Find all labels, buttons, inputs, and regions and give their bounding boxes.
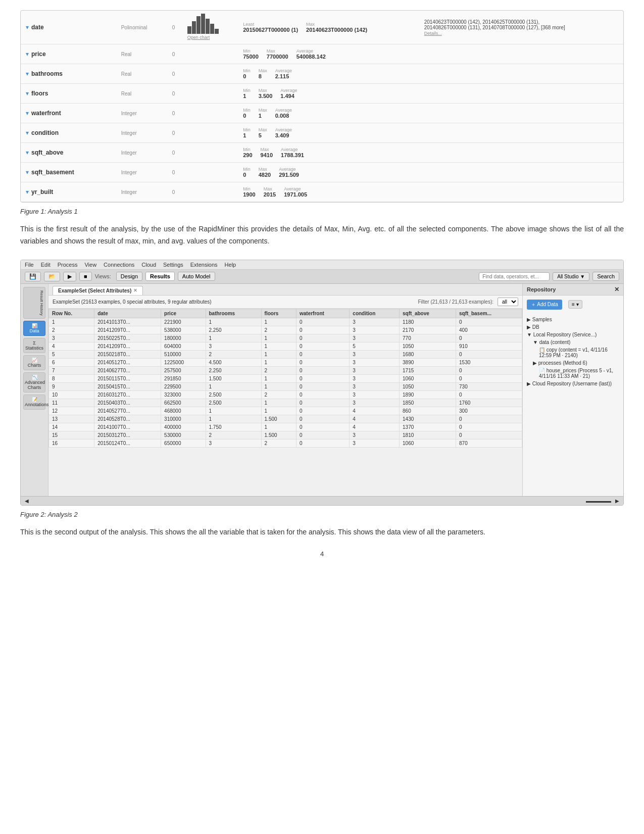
figure1-container: ▾ date Polinominal 0 Open chart Least201… [20, 10, 624, 203]
repo-tree-item[interactable]: ▶ DB [523, 323, 623, 331]
repo-tree-item[interactable]: ▶ processes (Method 6) [523, 359, 623, 367]
menu-settings[interactable]: Settings [163, 262, 183, 268]
menubar: File Edit Process View Connections Cloud… [21, 260, 623, 270]
center-panel: ExampleSet (Select Attributes) ✕ Example… [48, 284, 522, 496]
filter-dropdown[interactable]: all [498, 298, 518, 306]
toolbar-open[interactable]: 📂 [44, 272, 60, 281]
data-table-wrapper[interactable]: Row No.datepricebathroomsfloorswaterfron… [48, 309, 522, 496]
left-icon-history[interactable]: Result History [23, 287, 45, 319]
menu-cloud[interactable]: Cloud [141, 262, 156, 268]
tab-results[interactable]: Results [145, 272, 175, 281]
tab-close-icon[interactable]: ✕ [133, 288, 137, 293]
bottom-bar: ◀ ▬▬▬▬▬ ▶ [21, 496, 623, 505]
figure1-body-text: This is the first result of the analysis… [20, 223, 624, 248]
toolbar-save[interactable]: 💾 [25, 272, 41, 281]
bottom-bar-right: ▶ [615, 498, 619, 504]
result-header: ExampleSet (21613 examples, 0 special at… [48, 296, 522, 309]
toolbar-run[interactable]: ▶ [63, 272, 76, 281]
bottom-scroll[interactable]: ▬▬▬▬▬ [586, 498, 611, 504]
tab-bar: ExampleSet (Select Attributes) ✕ [48, 284, 522, 296]
repo-tree-item[interactable]: ▶ Samples [523, 316, 623, 323]
data-table: Row No.datepricebathroomsfloorswaterfron… [48, 309, 522, 448]
studio-dropdown-btn[interactable]: All Studio ▼ [553, 272, 589, 281]
left-icon-statistics[interactable]: ΣStatistics [23, 338, 45, 353]
repo-tree-item[interactable]: ▼ Local Repository (Service...) [523, 331, 623, 338]
repo-tree-item[interactable]: 📄 house_prices (Process 5 - v1, 4/11/16 … [523, 367, 623, 380]
menu-edit[interactable]: Edit [41, 262, 51, 268]
menu-connections[interactable]: Connections [104, 262, 134, 268]
menu-process[interactable]: Process [58, 262, 78, 268]
filter-label: Filter (21,613 / 21,613 examples): [418, 299, 493, 305]
toolbar-stop[interactable]: ■ [79, 272, 92, 281]
stats-table: ▾ date Polinominal 0 Open chart Least201… [21, 11, 623, 202]
figure2-caption: Figure 2: Analysis 2 [20, 511, 624, 518]
left-icon-annotations[interactable]: 📝Annotations [23, 395, 45, 410]
example-set-info: ExampleSet (21613 examples, 0 special at… [53, 299, 414, 305]
figure2-body-text: This is the second output of the analysi… [20, 526, 624, 538]
example-set-tab[interactable]: ExampleSet (Select Attributes) ✕ [53, 286, 143, 295]
tab-design[interactable]: Design [116, 272, 142, 281]
repository-header: Repository ✕ [523, 284, 623, 296]
repository-tree: ▶ Samples▶ DB▼ Local Repository (Service… [523, 314, 623, 496]
left-panel: Result History 📊Data ΣStatistics 📈Charts… [21, 284, 48, 496]
left-icon-data[interactable]: 📊Data [23, 321, 45, 336]
left-icon-advanced-charts[interactable]: 📉AdvancedCharts [23, 372, 45, 393]
tab-automodel[interactable]: Auto Model [178, 272, 215, 281]
main-search-input[interactable] [479, 272, 550, 281]
views-label: Views: [95, 273, 111, 279]
repo-tree-item[interactable]: 📋 copy (content = v1, 4/11/16 12:59 PM ·… [523, 346, 623, 359]
repository-sort-btn[interactable]: ≡ ▾ [568, 300, 582, 309]
menu-view[interactable]: View [84, 262, 96, 268]
menu-file[interactable]: File [25, 262, 34, 268]
repository-close-icon[interactable]: ✕ [614, 286, 619, 293]
left-icon-charts[interactable]: 📈Charts [23, 355, 45, 370]
figure2-container: File Edit Process View Connections Cloud… [20, 260, 624, 506]
menu-extensions[interactable]: Extensions [190, 262, 218, 268]
repository-panel: Repository ✕ ＋ Add Data ≡ ▾ ▶ Samples▶ D… [522, 284, 623, 496]
tab-label: ExampleSet (Select Attributes) [58, 288, 131, 293]
add-data-btn[interactable]: ＋ Add Data [527, 300, 562, 310]
bottom-bar-status: ◀ [25, 498, 29, 504]
repository-title: Repository [527, 286, 556, 292]
search-btn[interactable]: Search [592, 272, 619, 281]
figure1-caption: Figure 1: Analysis 1 [20, 208, 624, 215]
rm-body: Result History 📊Data ΣStatistics 📈Charts… [21, 284, 623, 496]
page-number: 4 [20, 550, 624, 558]
repo-tree-item[interactable]: ▶ Cloud Repository (Username (last)) [523, 380, 623, 387]
repo-tree-item[interactable]: ▼ data (content) [523, 338, 623, 346]
toolbar: 💾 📂 ▶ ■ Views: Design Results Auto Model… [21, 270, 623, 284]
menu-help[interactable]: Help [225, 262, 236, 268]
